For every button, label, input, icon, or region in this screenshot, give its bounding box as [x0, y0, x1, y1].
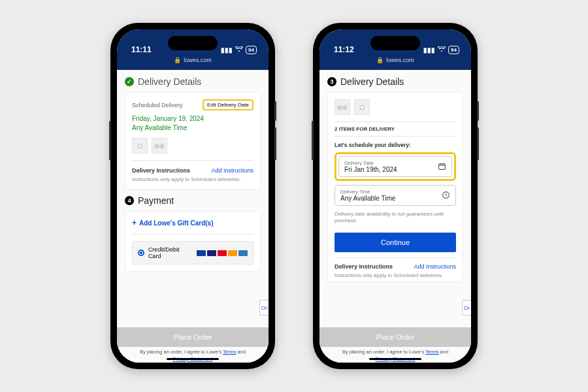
radio-selected-icon: [138, 250, 144, 256]
wifi-icon: [438, 46, 446, 54]
delivery-date-field[interactable]: Delivery Date Fri Jan 19th, 2024: [338, 156, 452, 177]
url-text: lowes.com: [386, 57, 414, 63]
phone-left: 11:11 ▮▮▮ 94 🔒 lowes.com ✓ Delivery Deta…: [110, 23, 275, 369]
delivery-instructions-label: Delivery Instructions: [335, 263, 393, 270]
phone-side-button: [312, 121, 314, 160]
dynamic-island: [370, 36, 420, 50]
add-instructions-link[interactable]: Add Instructions: [211, 167, 253, 174]
card-logos: [197, 250, 248, 256]
signal-icon: ▮▮▮: [221, 46, 233, 54]
phone-right: 11:12 ▮▮▮ 94 🔒 lowes.com 3 Delivery Deta…: [313, 23, 478, 369]
payment-title: Payment: [138, 195, 174, 206]
field-value: Any Available Time: [340, 195, 395, 202]
field-value: Fri Jan 19th, 2024: [344, 166, 397, 173]
field-label: Delivery Date: [344, 160, 397, 166]
item-thumb[interactable]: ◎◎: [152, 138, 167, 154]
items-for-delivery: 2 ITEMS FOR DELIVERY: [335, 126, 456, 132]
place-order-button[interactable]: Place Order: [117, 327, 269, 347]
status-indicators: ▮▮▮ 94: [221, 46, 257, 54]
item-thumbnails: ▢ ◎◎: [132, 138, 253, 154]
terms-link[interactable]: Terms: [425, 349, 438, 355]
item-thumbnails: ◎◎ ▢: [335, 99, 456, 115]
chat-tab[interactable]: Ch: [462, 300, 471, 316]
edit-delivery-date-link[interactable]: Edit Delivery Date: [203, 99, 253, 110]
page-content: ✓ Delivery Details Scheduled Delivery Ed…: [117, 70, 269, 363]
phone-side-button: [274, 127, 276, 160]
step-number: 4: [125, 196, 134, 205]
delivery-title: Delivery Details: [340, 76, 404, 87]
scheduled-delivery-label: Scheduled Delivery: [132, 102, 183, 108]
wifi-icon: [235, 46, 243, 54]
delivery-time-field[interactable]: Delivery Time Any Available Time: [335, 185, 456, 206]
add-instructions-link[interactable]: Add Instructions: [414, 263, 456, 270]
signal-icon: ▮▮▮: [423, 46, 435, 54]
payment-card: +Add Lowe's Gift Card(s) Credit/Debit Ca…: [125, 211, 261, 272]
url-bar[interactable]: 🔒 lowes.com: [117, 57, 269, 70]
delivery-section-header: ✓ Delivery Details: [125, 76, 261, 87]
calendar-icon: [438, 162, 446, 172]
check-icon: ✓: [125, 77, 134, 86]
place-order-button[interactable]: Place Order: [319, 327, 471, 347]
item-thumb[interactable]: ▢: [132, 138, 148, 154]
svg-rect-0: [439, 163, 446, 169]
delivery-card: Scheduled Delivery Edit Delivery Date Fr…: [125, 92, 261, 190]
terms-text: By placing an order, I agree to Lowe's T…: [319, 347, 471, 363]
screen-left: 11:11 ▮▮▮ 94 🔒 lowes.com ✓ Delivery Deta…: [117, 29, 269, 363]
add-gift-card-link[interactable]: +Add Lowe's Gift Card(s): [132, 218, 253, 227]
delivery-time: Any Available Time: [132, 123, 253, 133]
phone-side-button: [477, 101, 479, 121]
delivery-card: ◎◎ ▢ 2 ITEMS FOR DELIVERY Let's schedule…: [327, 92, 463, 282]
credit-debit-option[interactable]: Credit/Debit Card: [132, 241, 253, 265]
url-bar[interactable]: 🔒 lowes.com: [319, 57, 471, 70]
dynamic-island: [168, 36, 218, 50]
availability-note: Delivery date availability is not guaran…: [335, 211, 456, 225]
page-content: 3 Delivery Details ◎◎ ▢ 2 ITEMS FOR DELI…: [319, 70, 471, 363]
delivery-section-header: 3 Delivery Details: [327, 76, 463, 87]
lock-icon: 🔒: [376, 57, 384, 63]
field-label: Delivery Time: [340, 189, 395, 195]
home-indicator[interactable]: [369, 358, 421, 360]
delivery-date: Friday, January 19, 2024: [132, 114, 253, 123]
lock-icon: 🔒: [174, 57, 181, 63]
terms-link[interactable]: Terms: [223, 349, 236, 355]
item-thumb[interactable]: ▢: [354, 99, 370, 115]
battery-icon: 94: [448, 46, 459, 54]
schedule-prompt: Let's schedule your delivery:: [335, 142, 456, 148]
payment-section-header: 4 Payment: [125, 195, 261, 206]
phone-side-button: [109, 121, 111, 160]
delivery-title: Delivery Details: [138, 76, 201, 87]
status-indicators: ▮▮▮ 94: [423, 46, 459, 54]
continue-button[interactable]: Continue: [335, 233, 456, 252]
plus-icon: +: [132, 218, 137, 227]
screen-right: 11:12 ▮▮▮ 94 🔒 lowes.com 3 Delivery Deta…: [319, 29, 471, 363]
instructions-note: Instructions only apply to Scheduled del…: [335, 272, 456, 279]
delivery-instructions-label: Delivery Instructions: [132, 167, 190, 174]
chat-tab[interactable]: Ch: [259, 300, 269, 316]
url-text: lowes.com: [184, 57, 212, 63]
instructions-note: Instructions only apply to Scheduled del…: [132, 176, 253, 183]
clock-icon: [442, 191, 450, 201]
item-thumb[interactable]: ◎◎: [335, 99, 350, 115]
phone-side-button: [477, 127, 479, 160]
status-time: 11:11: [131, 45, 152, 54]
terms-text: By placing an order, I agree to Lowe's T…: [117, 347, 269, 363]
phone-side-button: [274, 101, 276, 121]
home-indicator[interactable]: [167, 358, 219, 360]
battery-icon: 94: [246, 46, 257, 54]
delivery-date-highlight: Delivery Date Fri Jan 19th, 2024: [335, 152, 456, 181]
credit-debit-label: Credit/Debit Card: [148, 246, 193, 259]
status-time: 11:12: [334, 45, 354, 54]
step-number: 3: [327, 77, 336, 86]
